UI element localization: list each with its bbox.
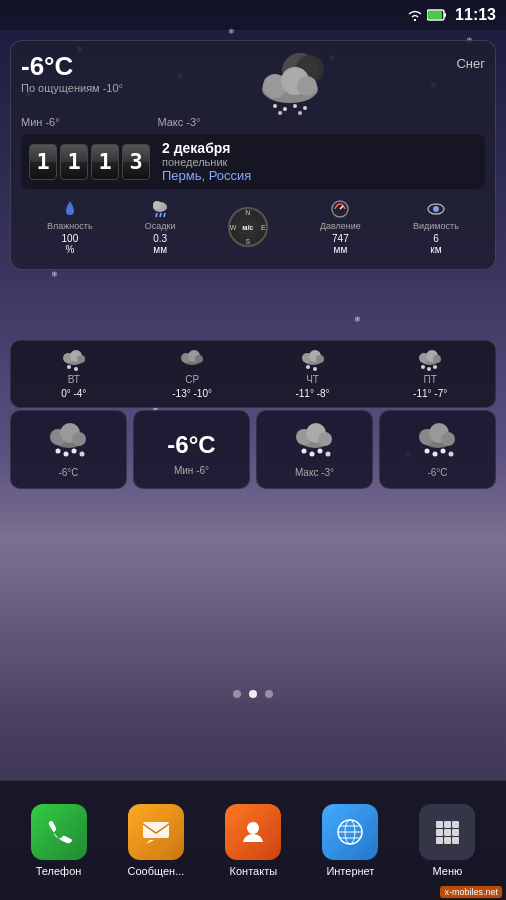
contacts-icon: [225, 804, 281, 860]
forecast-day-vt: ВТ: [68, 374, 80, 385]
svg-point-39: [313, 367, 317, 371]
svg-point-33: [195, 355, 203, 363]
pressure-icon: [330, 199, 350, 219]
svg-rect-83: [452, 829, 459, 836]
grid-label-3: Макс -3°: [295, 467, 334, 478]
flip-digit-3: 1: [91, 144, 119, 180]
bottom-dock: Телефон Сообщен... Контакты: [0, 780, 506, 900]
forecast-icon-vt: [59, 349, 89, 371]
menu-icon: [419, 804, 475, 860]
svg-point-11: [293, 104, 297, 108]
svg-point-50: [72, 432, 86, 446]
svg-point-54: [79, 452, 84, 457]
svg-point-72: [247, 822, 259, 834]
dock-menu[interactable]: Меню: [419, 804, 475, 877]
page-dot-1: [233, 690, 241, 698]
grid-cell-4: -6°C: [379, 410, 496, 489]
svg-point-10: [283, 107, 287, 111]
svg-point-37: [316, 355, 324, 363]
status-bar: 11:13: [0, 0, 506, 30]
svg-rect-86: [452, 837, 459, 844]
min-max-display: Мин -6° Макс -3°: [21, 116, 201, 128]
svg-point-38: [306, 365, 310, 369]
precipitation-value: 0.3мм: [153, 233, 167, 255]
svg-point-14: [298, 111, 302, 115]
svg-point-16: [153, 201, 161, 209]
grid-label-4: -6°C: [427, 467, 447, 478]
svg-point-12: [303, 106, 307, 110]
svg-point-46: [433, 365, 437, 369]
grid-cell-3: Макс -3°: [256, 410, 373, 489]
pressure-label: Давление: [320, 221, 361, 231]
stat-humidity: Влажность 100%: [47, 199, 93, 255]
svg-line-21: [340, 206, 343, 209]
humidity-value: 100%: [62, 233, 79, 255]
svg-point-60: [309, 452, 314, 457]
forecast-vt: ВТ 0° -4°: [59, 349, 89, 399]
svg-line-19: [164, 213, 165, 217]
messages-icon: [128, 804, 184, 860]
svg-point-62: [325, 452, 330, 457]
max-temp: Макс -3°: [157, 116, 200, 128]
flip-digit-2: 1: [60, 144, 88, 180]
clock-row: 1 1 1 3 2 декабря понедельник Пермь, Рос…: [21, 134, 485, 189]
svg-point-9: [273, 104, 277, 108]
flip-clock: 1 1 1 3: [29, 144, 150, 180]
dock-label-contacts: Контакты: [230, 865, 278, 877]
svg-point-13: [278, 111, 282, 115]
humidity-label: Влажность: [47, 221, 93, 231]
svg-point-43: [433, 355, 441, 363]
stat-precipitation: Осадки 0.3мм: [145, 199, 176, 255]
svg-rect-81: [436, 829, 443, 836]
flip-digit-1: 1: [29, 144, 57, 180]
grid-cloud-icon-1: [44, 421, 94, 461]
dock-phone[interactable]: Телефон: [31, 804, 87, 877]
clock-weekday: понедельник: [162, 156, 251, 168]
weather-top-row: -6°C По ощущениям -10°: [21, 51, 485, 116]
forecast-pt: ПТ -11° -7°: [413, 349, 447, 399]
svg-point-45: [427, 367, 431, 371]
svg-point-27: [77, 355, 85, 363]
dock-contacts[interactable]: Контакты: [225, 804, 281, 877]
forecast-temps-cht: -11° -8°: [295, 388, 329, 399]
visibility-icon: [426, 199, 446, 219]
dock-label-internet: Интернет: [326, 865, 374, 877]
forecast-cht: ЧТ -11° -8°: [295, 349, 329, 399]
forecast-icon-pt: [415, 349, 445, 371]
svg-point-52: [63, 452, 68, 457]
svg-point-59: [301, 449, 306, 454]
svg-rect-2: [444, 13, 446, 17]
svg-rect-71: [143, 822, 169, 838]
precipitation-icon: [150, 199, 170, 219]
svg-rect-82: [444, 829, 451, 836]
svg-point-66: [441, 432, 455, 446]
clock-date: 2 декабря: [162, 140, 251, 156]
pressure-value: 747мм: [332, 233, 349, 255]
weather-stats: Влажность 100% Осадки 0.3мм N S W E: [21, 195, 485, 259]
stat-pressure: Давление 747мм: [320, 199, 361, 255]
grid-cell-2: -6°C Мин -6°: [133, 410, 250, 489]
dock-messages[interactable]: Сообщен...: [128, 804, 185, 877]
svg-rect-78: [436, 821, 443, 828]
status-time: 11:13: [455, 6, 496, 24]
svg-line-18: [160, 213, 161, 217]
page-dots: [0, 690, 506, 698]
dock-label-messages: Сообщен...: [128, 865, 185, 877]
weather-top-right: Снег: [456, 51, 485, 71]
stat-wind: N S W E м/с: [228, 207, 268, 247]
dock-internet[interactable]: Интернет: [322, 804, 378, 877]
weather-top-left: -6°C По ощущениям -10°: [21, 51, 123, 100]
compass: N S W E м/с: [228, 207, 268, 247]
page-dot-3: [265, 690, 273, 698]
minmax-row: Мин -6° Макс -3°: [21, 116, 485, 128]
page-dot-2: [249, 690, 257, 698]
svg-point-28: [67, 365, 71, 369]
grid-label-1: -6°C: [58, 467, 78, 478]
clock-info: 2 декабря понедельник Пермь, Россия: [162, 140, 251, 183]
svg-point-44: [421, 365, 425, 369]
grid-label-2: Мин -6°: [174, 465, 209, 476]
battery-icon: [427, 8, 447, 22]
svg-point-53: [71, 449, 76, 454]
clock-city: Пермь, Россия: [162, 168, 251, 183]
stat-visibility: Видимость 6км: [413, 199, 459, 255]
